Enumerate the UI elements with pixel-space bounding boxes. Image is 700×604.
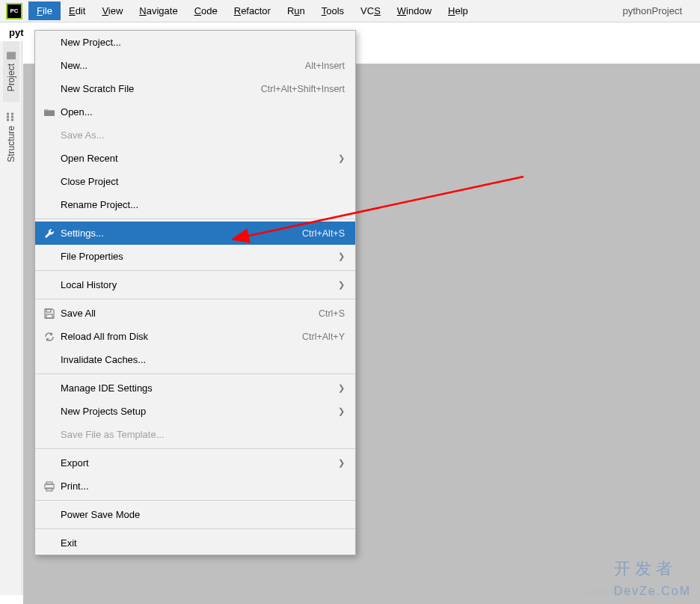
menu-separator <box>35 528 355 529</box>
menu-help[interactable]: Help <box>440 1 476 20</box>
chevron-right-icon: ❯ <box>338 406 345 416</box>
menu-item-label: New... <box>58 60 305 71</box>
menu-separator <box>35 448 355 449</box>
menu-item-label: Print... <box>58 481 345 492</box>
menu-navigate[interactable]: Navigate <box>131 1 185 20</box>
menu-item-settings[interactable]: Settings...Ctrl+Alt+S <box>35 222 355 245</box>
menu-view[interactable]: View <box>93 1 131 20</box>
menu-item-label: Manage IDE Settings <box>58 382 338 394</box>
svg-rect-1 <box>46 314 52 318</box>
chevron-right-icon: ❯ <box>338 383 345 393</box>
menu-item-close-project[interactable]: Close Project <box>35 170 355 193</box>
menu-refactor[interactable]: Refactor <box>226 1 279 20</box>
menu-item-label: Save All <box>58 308 319 319</box>
menu-item-label: New Scratch File <box>58 83 261 94</box>
menu-item-invalidate-caches[interactable]: Invalidate Caches... <box>35 348 355 371</box>
menu-item-open-recent[interactable]: Open Recent❯ <box>35 147 355 170</box>
menu-item-label: Rename Project... <box>58 199 345 210</box>
menu-shortcut: Ctrl+Alt+S <box>302 228 345 239</box>
menu-item-label: File Properties <box>58 251 338 262</box>
menu-item-exit[interactable]: Exit <box>35 531 355 555</box>
menu-edit[interactable]: Edit <box>61 1 93 20</box>
menu-item-label: Export <box>58 457 338 469</box>
file-menu-dropdown: New Project...New...Alt+InsertNew Scratc… <box>34 30 356 555</box>
project-name: pythonProject <box>623 5 701 16</box>
menu-item-print[interactable]: Print... <box>35 475 355 498</box>
svg-rect-4 <box>46 488 52 491</box>
menu-run[interactable]: Run <box>279 1 313 20</box>
menu-item-manage-ide-settings[interactable]: Manage IDE Settings❯ <box>35 376 355 400</box>
menu-tools[interactable]: Tools <box>313 1 352 20</box>
menu-window[interactable]: Window <box>389 1 440 20</box>
chevron-right-icon: ❯ <box>338 458 345 468</box>
menu-item-label: Settings... <box>58 228 302 239</box>
menu-code[interactable]: Code <box>186 1 226 20</box>
menu-item-save-all[interactable]: Save AllCtrl+S <box>35 302 355 325</box>
menu-shortcut: Alt+Insert <box>305 61 345 71</box>
menu-separator <box>35 500 355 501</box>
menu-item-label: New Projects Setup <box>58 406 338 417</box>
menu-separator <box>35 373 355 374</box>
menu-item-new[interactable]: New...Alt+Insert <box>35 54 355 77</box>
wrench-icon <box>41 228 58 239</box>
menu-item-label: Power Save Mode <box>58 509 345 520</box>
menu-item-reload-all-from-disk[interactable]: Reload All from DiskCtrl+Alt+Y <box>35 325 355 348</box>
menu-item-label: Close Project <box>58 176 345 187</box>
chevron-right-icon: ❯ <box>338 280 345 290</box>
menu-shortcut: Ctrl+Alt+Shift+Insert <box>261 84 345 94</box>
menu-separator <box>35 299 355 299</box>
menu-item-label: Local History <box>58 279 338 290</box>
left-toolbar: Project Structure <box>0 41 22 595</box>
menu-shortcut: Ctrl+S <box>319 308 345 319</box>
menu-item-export[interactable]: Export❯ <box>35 451 355 475</box>
menu-item-new-project[interactable]: New Project... <box>35 31 355 54</box>
pycharm-logo-icon: PC <box>6 3 22 19</box>
menu-separator <box>35 219 355 219</box>
menu-item-power-save-mode[interactable]: Power Save Mode <box>35 503 355 526</box>
menu-item-label: Open Recent <box>58 153 338 164</box>
save-icon <box>41 308 58 319</box>
svg-rect-0 <box>46 309 51 312</box>
folder-icon <box>7 52 16 59</box>
menu-item-new-projects-setup[interactable]: New Projects Setup❯ <box>35 400 355 423</box>
menu-shortcut: Ctrl+Alt+Y <box>302 332 345 342</box>
structure-icon <box>7 112 16 121</box>
printer-icon <box>41 481 58 492</box>
menu-item-open[interactable]: Open... <box>35 100 355 123</box>
chevron-right-icon: ❯ <box>338 251 345 261</box>
sidebar-tab-structure[interactable]: Structure <box>3 102 19 173</box>
menu-item-label: Save As... <box>58 129 345 141</box>
menu-vcs[interactable]: VCS <box>352 1 389 20</box>
chevron-right-icon: ❯ <box>338 153 345 163</box>
menu-item-new-scratch-file[interactable]: New Scratch FileCtrl+Alt+Shift+Insert <box>35 77 355 100</box>
menu-item-label: New Project... <box>58 37 345 48</box>
menu-item-local-history[interactable]: Local History❯ <box>35 273 355 296</box>
menu-file[interactable]: File <box>28 1 61 20</box>
watermark: 开发者 DevZe.CoM <box>614 558 691 600</box>
menu-item-file-properties[interactable]: File Properties❯ <box>35 245 355 268</box>
sidebar-tab-project[interactable]: Project <box>3 41 19 102</box>
menu-item-save-as: Save As... <box>35 123 355 147</box>
menu-item-label: Invalidate Caches... <box>58 354 345 365</box>
menu-item-label: Save File as Template... <box>58 429 345 440</box>
reload-icon <box>41 332 58 342</box>
menu-item-label: Reload All from Disk <box>58 331 302 342</box>
menu-item-save-file-as-template: Save File as Template... <box>35 423 355 446</box>
menu-item-label: Exit <box>58 537 345 549</box>
menubar: PC FileEditViewNavigateCodeRefactorRunTo… <box>0 0 700 22</box>
folder-icon <box>41 108 58 117</box>
menu-item-label: Open... <box>58 106 345 118</box>
menu-item-rename-project[interactable]: Rename Project... <box>35 193 355 216</box>
menu-separator <box>35 270 355 271</box>
